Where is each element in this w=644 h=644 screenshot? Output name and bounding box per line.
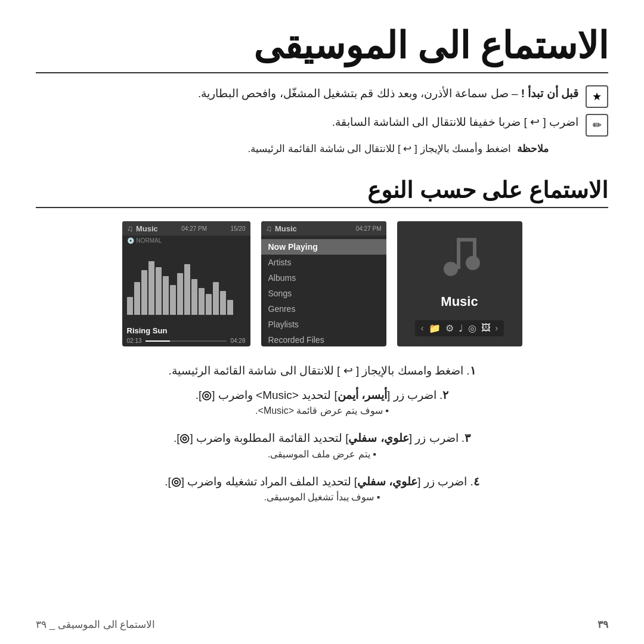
instr-text-1: ١. اضغط وامسك بالإيجاز [ ↩ ] للانتقال ال… xyxy=(168,363,475,379)
eq-bar xyxy=(156,267,162,315)
menu-item-now-playing[interactable]: Now Playing xyxy=(261,239,386,255)
right-chevron-icon: › xyxy=(496,323,499,333)
screen1-time: 04:27 PM xyxy=(181,225,207,232)
footer-page-num-inline: ٣٩ xyxy=(36,619,47,630)
eq-bar xyxy=(191,279,197,315)
folder-icon: 📁 xyxy=(429,323,441,334)
footer-text: الاستماع الى الموسيقى _ ٣٩ xyxy=(36,618,155,631)
screen1-mode-label: NORMAL xyxy=(137,237,162,244)
eq-bar xyxy=(220,291,226,315)
music-note-icon-2: ♫ xyxy=(266,224,273,233)
intro-section: ★ قبل أن تبدأ ! – صل سماعة الأذرن، وبعد … xyxy=(36,85,608,165)
big-music-note-icon xyxy=(436,232,484,289)
screen1-track-num: 15/20 xyxy=(230,225,245,232)
intro-span-1: – صل سماعة الأذرن، وبعد ذلك قم بتشغيل ال… xyxy=(198,87,518,100)
eq-bar xyxy=(184,264,190,315)
instr-sub-2: ▪ سوف يتم عرض قائمة <Music>. xyxy=(196,405,449,416)
screen2-time: 04:27 PM xyxy=(356,225,382,232)
music-note-icon: ♫ xyxy=(127,224,134,233)
main-title: الاستماع الى الموسيقى xyxy=(36,24,608,73)
menu-item-playlists[interactable]: Playlists xyxy=(261,317,386,332)
time-total: 04:28 xyxy=(230,338,245,344)
menu-item-artists[interactable]: Artists xyxy=(261,255,386,270)
eq-bar xyxy=(206,294,212,315)
note-label: ملاحظة xyxy=(517,143,549,155)
intro-text-2: اضرب [ ↩ ] ضربا خفيفا للانتقال الى الشاش… xyxy=(36,114,578,131)
screens-row: ♫ Music 04:27 PM 15/20 💿 NORMAL xyxy=(36,221,608,346)
eq-container xyxy=(122,246,250,317)
intro-strong-1: قبل أن تبدأ ! xyxy=(521,87,578,100)
eq-bar xyxy=(134,282,140,315)
music-note-bar-icon: ♩ xyxy=(459,323,463,334)
eq-bar xyxy=(141,270,147,315)
intro-text-1: قبل أن تبدأ ! – صل سماعة الأذرن، وبعد ذل… xyxy=(36,85,578,103)
pencil-icon: ✏ xyxy=(586,114,608,137)
menu-item-genres[interactable]: Genres xyxy=(261,301,386,317)
instr-num-4: ٤ xyxy=(473,475,479,488)
screen1-title: Music xyxy=(136,224,158,233)
screen2-header: ♫ Music 04:27 PM xyxy=(261,221,386,236)
instr-num-3: ٣ xyxy=(465,432,470,444)
screen-menu: ♫ Music 04:27 PM Now Playing Artists Alb… xyxy=(261,221,386,346)
music-label: Music xyxy=(441,294,478,309)
eq-bar xyxy=(213,282,219,315)
instr-num-2: ٢ xyxy=(442,389,448,401)
sub-title: الاستماع على حسب النوع xyxy=(36,177,608,208)
intro-row-2: ✏ اضرب [ ↩ ] ضربا خفيفا للانتقال الى الش… xyxy=(36,114,608,137)
screen1-bottom: Rising Sun 02:13 04:28 xyxy=(122,324,250,346)
instr-sub-4: ▪ سوف يبدأ تشغيل الموسيقى. xyxy=(165,491,479,503)
eq-bar xyxy=(127,297,133,315)
eq-bar xyxy=(199,288,205,315)
progress-track xyxy=(145,340,227,342)
circle-icon: ◎ xyxy=(468,323,476,334)
screen1-header: ♫ Music 04:27 PM 15/20 xyxy=(122,221,250,236)
note-text: اضغط وأمسك بالإيجاز [ ↩ ] للانتقال الى ش… xyxy=(36,143,511,155)
instr-row-4: ٤. اضرب زر [علوي، سفلي] لتحديد الملف الم… xyxy=(36,474,608,509)
svg-point-0 xyxy=(444,262,458,276)
intro-row-1: ★ قبل أن تبدأ ! – صل سماعة الأذرن، وبعد … xyxy=(36,85,608,108)
note-row: ملاحظة اضغط وأمسك بالإيجاز [ ↩ ] للانتقا… xyxy=(36,143,578,165)
instr-num-1: ١ xyxy=(470,364,476,377)
svg-rect-2 xyxy=(457,238,460,269)
menu-item-albums[interactable]: Albums xyxy=(261,270,386,286)
eq-bar xyxy=(177,273,183,315)
instr-row-3: ٣. اضرب زر [علوي، سفلي] لتحديد القائمة ا… xyxy=(36,431,608,466)
time-current: 02:13 xyxy=(127,338,142,344)
icon-bar: ‹ 📁 ⚙ ♩ ◎ 🖼 › xyxy=(415,320,504,336)
cd-icon: 💿 xyxy=(127,237,134,244)
eq-bar xyxy=(148,261,154,315)
eq-bar xyxy=(227,300,233,315)
screen-equalizer: ♫ Music 04:27 PM 15/20 💿 NORMAL xyxy=(122,221,250,346)
screen1-mode: 💿 NORMAL xyxy=(122,236,250,246)
instr-block-2: ٢. اضرب زر [أيسر، أيمن] لتحديد <Music> و… xyxy=(196,388,449,423)
instr-sub-3: ▪ يتم عرض ملف الموسيقى. xyxy=(174,448,470,460)
screen-music-icon: Music ‹ 📁 ⚙ ♩ ◎ 🖼 › xyxy=(397,221,522,346)
screen2-title: Music xyxy=(275,224,297,233)
svg-rect-4 xyxy=(473,238,476,263)
menu-item-songs[interactable]: Songs xyxy=(261,286,386,301)
menu-list: Now Playing Artists Albums Songs Genres … xyxy=(261,236,386,346)
page: الاستماع الى الموسيقى ★ قبل أن تبدأ ! – … xyxy=(0,0,644,644)
menu-item-recorded-files[interactable]: Recorded Files xyxy=(261,332,386,346)
instr-text-3: ٣. اضرب زر [علوي، سفلي] لتحديد القائمة ا… xyxy=(174,431,470,447)
instructions: ١. اضغط وامسك بالإيجاز [ ↩ ] للانتقال ال… xyxy=(36,363,608,509)
progress-fill xyxy=(145,340,170,342)
left-chevron-icon: ‹ xyxy=(421,323,424,333)
instr-row-2: ٢. اضرب زر [أيسر، أيمن] لتحديد <Music> و… xyxy=(36,388,608,423)
star-icon: ★ xyxy=(586,85,608,108)
footer-label: الاستماع الى الموسيقى _ xyxy=(49,619,156,630)
instr-row-1: ١. اضغط وامسك بالإيجاز [ ↩ ] للانتقال ال… xyxy=(36,363,608,379)
screen1-header-left: ♫ Music xyxy=(127,224,158,233)
progress-bar-container: 02:13 04:28 xyxy=(127,338,246,344)
eq-bar xyxy=(163,276,169,315)
footer-page-num: ٣٩ xyxy=(597,618,608,631)
instr-text-2: ٢. اضرب زر [أيسر، أيمن] لتحديد <Music> و… xyxy=(196,388,449,404)
footer: ٣٩ الاستماع الى الموسيقى _ ٣٩ xyxy=(36,618,608,631)
settings-icon: ⚙ xyxy=(445,323,454,334)
instr-text-4: ٤. اضرب زر [علوي، سفلي] لتحديد الملف الم… xyxy=(165,474,479,490)
screen2-header-left: ♫ Music xyxy=(266,224,297,233)
eq-bar xyxy=(170,285,176,315)
track-name: Rising Sun xyxy=(127,326,246,335)
instr-block-3: ٣. اضرب زر [علوي، سفلي] لتحديد القائمة ا… xyxy=(174,431,470,466)
image-icon: 🖼 xyxy=(481,323,491,333)
